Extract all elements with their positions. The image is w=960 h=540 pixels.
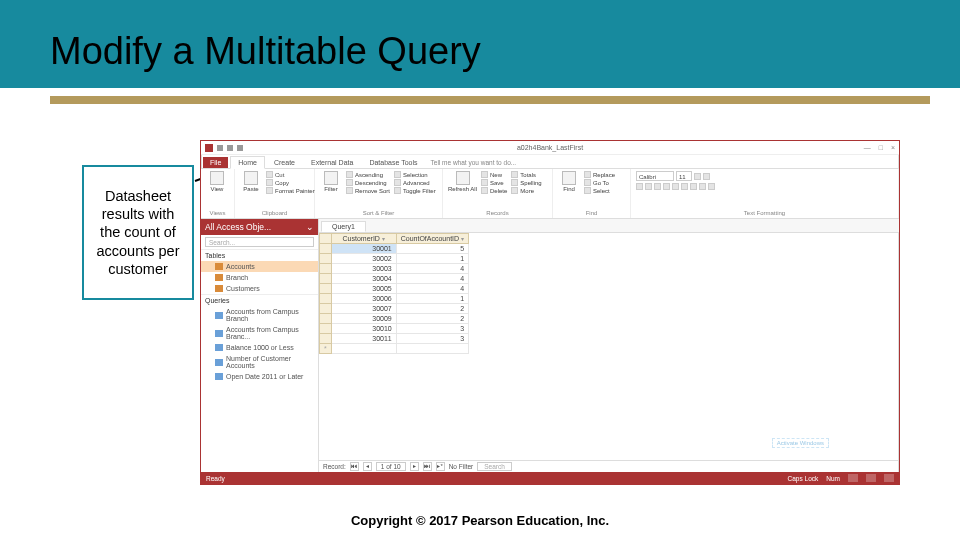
table-row[interactable]: 300103 <box>320 324 469 334</box>
totals-button[interactable]: Totals <box>511 171 541 178</box>
activate-windows: Activate Windows <box>772 438 829 448</box>
tab-query1[interactable]: Query1 <box>321 221 366 232</box>
underline-icon[interactable] <box>654 183 661 190</box>
status-bar: Ready Caps Lock Num <box>201 472 899 484</box>
recnav-first[interactable]: ⏮ <box>350 462 359 471</box>
minimize-button[interactable]: — <box>864 144 871 151</box>
toggle-filter-button[interactable]: Toggle Filter <box>394 187 436 194</box>
qat-undo-icon[interactable] <box>227 145 233 151</box>
tab-database-tools[interactable]: Database Tools <box>362 157 424 168</box>
nav-item-q4[interactable]: Number of Customer Accounts <box>201 353 318 371</box>
select-button[interactable]: Select <box>584 187 615 194</box>
nav-item-q1[interactable]: Accounts from Campus Branch <box>201 306 318 324</box>
datasheet[interactable]: CustomerID▾ CountOfAccountID▾ 300015 300… <box>319 233 899 460</box>
nav-item-branch[interactable]: Branch <box>201 272 318 283</box>
gridlines-icon[interactable] <box>708 183 715 190</box>
advanced-button[interactable]: Advanced <box>394 179 436 186</box>
italic-icon[interactable] <box>645 183 652 190</box>
find-button[interactable]: Find <box>558 171 580 192</box>
recnav-last[interactable]: ⏭ <box>423 462 432 471</box>
tell-me[interactable]: Tell me what you want to do... <box>427 157 521 168</box>
save-button[interactable]: Save <box>481 179 507 186</box>
access-window: a02h4Bank_LastFirst — □ × File Home Crea… <box>200 140 900 485</box>
table-row[interactable]: 300044 <box>320 274 469 284</box>
refresh-button[interactable]: Refresh All <box>448 171 477 192</box>
ribbon-tabs: File Home Create External Data Database … <box>201 155 899 169</box>
ribbon-group-text: Calibri 11 <box>631 169 899 218</box>
new-button[interactable]: New <box>481 171 507 178</box>
row-selector-header[interactable] <box>320 234 332 244</box>
view-design-icon[interactable] <box>884 474 894 482</box>
table-row[interactable]: 300113 <box>320 334 469 344</box>
view-button[interactable]: View <box>206 171 228 192</box>
format-painter-button[interactable]: Format Painter <box>266 187 315 194</box>
qat-save-icon[interactable] <box>217 145 223 151</box>
nav-item-q5[interactable]: Open Date 2011 or Later <box>201 371 318 382</box>
paste-icon <box>244 171 258 185</box>
cut-button[interactable]: Cut <box>266 171 315 178</box>
table-row[interactable]: 300061 <box>320 294 469 304</box>
recnav-search[interactable]: Search <box>477 462 512 471</box>
tab-file[interactable]: File <box>203 157 228 168</box>
view-sql-icon[interactable] <box>866 474 876 482</box>
tab-create[interactable]: Create <box>267 157 302 168</box>
view-datasheet-icon[interactable] <box>848 474 858 482</box>
table-row[interactable]: 300015 <box>320 244 469 254</box>
filter-button[interactable]: Filter <box>320 171 342 192</box>
ribbon-group-records: Refresh All New Save Delete Totals Spell… <box>443 169 553 218</box>
paste-button[interactable]: Paste <box>240 171 262 192</box>
shrink-font-icon[interactable] <box>703 173 710 180</box>
selection-button[interactable]: Selection <box>394 171 436 178</box>
new-row[interactable]: * <box>320 344 469 354</box>
more-button[interactable]: More <box>511 187 541 194</box>
goto-icon <box>584 179 591 186</box>
col-countofaccountid[interactable]: CountOfAccountID▾ <box>396 234 468 244</box>
table-row[interactable]: 300054 <box>320 284 469 294</box>
goto-button[interactable]: Go To <box>584 179 615 186</box>
remove-sort-button[interactable]: Remove Sort <box>346 187 390 194</box>
align-right-icon[interactable] <box>699 183 706 190</box>
nav-header[interactable]: All Access Obje... ⌄ <box>201 219 318 235</box>
replace-button[interactable]: Replace <box>584 171 615 178</box>
close-button[interactable]: × <box>891 144 895 151</box>
nav-cat-tables[interactable]: Tables <box>201 249 318 261</box>
delete-button[interactable]: Delete <box>481 187 507 194</box>
size-select[interactable]: 11 <box>676 171 692 181</box>
window-buttons: — □ × <box>864 144 895 151</box>
table-row[interactable]: 300092 <box>320 314 469 324</box>
copy-button[interactable]: Copy <box>266 179 315 186</box>
spelling-icon <box>511 179 518 186</box>
sort-asc-button[interactable]: Ascending <box>346 171 390 178</box>
table-icon <box>215 274 223 281</box>
spelling-button[interactable]: Spelling <box>511 179 541 186</box>
tab-home[interactable]: Home <box>230 156 265 169</box>
fill-color-icon[interactable] <box>672 183 679 190</box>
maximize-button[interactable]: □ <box>879 144 883 151</box>
align-left-icon[interactable] <box>681 183 688 190</box>
nav-search: Search... <box>201 235 318 249</box>
recnav-position[interactable]: 1 of 10 <box>376 462 406 471</box>
bold-icon[interactable] <box>636 183 643 190</box>
sort-desc-button[interactable]: Descending <box>346 179 390 186</box>
nav-item-q2[interactable]: Accounts from Campus Branc... <box>201 324 318 342</box>
ribbon-group-sort: Filter Ascending Descending Remove Sort … <box>315 169 443 218</box>
nav-item-accounts[interactable]: Accounts <box>201 261 318 272</box>
font-color-icon[interactable] <box>663 183 670 190</box>
qat-redo-icon[interactable] <box>237 145 243 151</box>
nav-item-q3[interactable]: Balance 1000 or Less <box>201 342 318 353</box>
nav-item-customers[interactable]: Customers <box>201 283 318 294</box>
recnav-prev[interactable]: ◂ <box>363 462 372 471</box>
main-area: Query1 CustomerID▾ CountOfAccountID▾ 300… <box>319 219 899 472</box>
tab-external-data[interactable]: External Data <box>304 157 360 168</box>
search-input[interactable]: Search... <box>205 237 314 247</box>
table-row[interactable]: 300034 <box>320 264 469 274</box>
align-center-icon[interactable] <box>690 183 697 190</box>
col-customerid[interactable]: CustomerID▾ <box>331 234 396 244</box>
grow-font-icon[interactable] <box>694 173 701 180</box>
nav-cat-queries[interactable]: Queries <box>201 294 318 306</box>
recnav-next[interactable]: ▸ <box>410 462 419 471</box>
table-row[interactable]: 300021 <box>320 254 469 264</box>
recnav-new[interactable]: ▸* <box>436 462 445 471</box>
font-select[interactable]: Calibri <box>636 171 674 181</box>
table-row[interactable]: 300072 <box>320 304 469 314</box>
